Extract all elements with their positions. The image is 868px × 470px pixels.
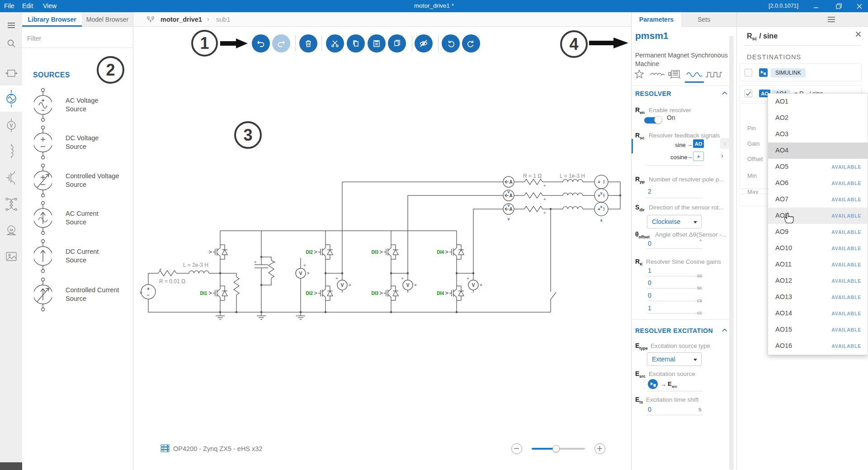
subsystem-icon	[146, 16, 155, 24]
time-shift-input[interactable]: 0	[648, 406, 651, 413]
pin-option[interactable]: AO15AVAILABLE	[768, 322, 868, 338]
tab-favorites[interactable]	[634, 69, 645, 80]
field-underline	[647, 391, 703, 391]
rail-item-passive[interactable]	[0, 139, 22, 163]
sine-wave-icon	[686, 71, 703, 79]
minimize-button[interactable]	[807, 0, 825, 12]
tab-sets[interactable]: Sets	[681, 12, 726, 27]
svg-text:DI2: DI2	[306, 250, 313, 255]
excitation-type-select[interactable]: External	[647, 352, 702, 366]
direction-select[interactable]: Clockwise	[647, 215, 702, 228]
schematic-canvas[interactable]: A V + + − > + R = 0.01 Ω L = 2e-3 H DI1	[133, 27, 631, 443]
library-item-controlled-current-source[interactable]: Controlled Current Source	[22, 276, 133, 313]
gain-sc-input[interactable]: 0	[648, 279, 651, 286]
svg-text:+: +	[467, 276, 469, 281]
divider	[744, 45, 862, 46]
add-destination-button[interactable]: +	[693, 152, 704, 161]
pole-pairs-input[interactable]: 2	[648, 188, 651, 195]
pin-option[interactable]: AO6AVAILABLE	[768, 175, 868, 191]
unit-label: cs	[697, 298, 702, 303]
tab-electrical[interactable]	[650, 71, 665, 79]
panel-menu-button[interactable]	[827, 16, 835, 23]
collapse-chevron-icon[interactable]	[722, 328, 727, 332]
angle-offset-input[interactable]: 0	[648, 240, 651, 247]
rail-item-transformers[interactable]	[0, 193, 22, 216]
scrollbar-track[interactable]	[729, 36, 734, 470]
filter-input[interactable]: Filter	[27, 35, 41, 42]
nav-next-button[interactable]: ›	[721, 152, 723, 159]
breadcrumb-root[interactable]: motor_drive1	[160, 16, 202, 23]
tab-model-browser[interactable]: Model Browser	[82, 12, 133, 27]
svg-text:x: x	[600, 191, 602, 195]
nav-prev-button[interactable]: ‹	[720, 138, 729, 149]
restore-button[interactable]	[830, 0, 847, 12]
close-button[interactable]	[851, 0, 868, 12]
field-underline	[647, 288, 703, 289]
pin-option[interactable]: AO16AVAILABLE	[768, 338, 868, 354]
excitation-source-icon[interactable]	[648, 379, 658, 389]
close-panel-button[interactable]	[855, 31, 861, 37]
tab-library-browser[interactable]: Library Browser	[22, 12, 82, 27]
library-item-ac-current-source[interactable]: AC Current Source	[22, 199, 133, 237]
param-label: Direction of the sensor rot...	[649, 204, 724, 211]
rail-item-sources[interactable]	[0, 85, 22, 112]
svg-text:+: +	[543, 210, 546, 215]
gain-ss-input[interactable]: 1	[648, 267, 651, 274]
param-symbol: Rsc	[635, 132, 644, 140]
rail-item-switches[interactable]	[0, 166, 22, 190]
gain-cs-input[interactable]: 0	[648, 292, 651, 299]
pin-option[interactable]: AO3	[768, 126, 868, 142]
simulink-checkbox[interactable]	[745, 69, 752, 76]
zoom-out-button[interactable]	[511, 443, 522, 454]
enable-resolver-toggle[interactable]	[644, 117, 660, 123]
pin-option[interactable]: AO10AVAILABLE	[768, 240, 868, 256]
param-symbol: Rpp	[635, 176, 645, 184]
toggle-state-label: On	[667, 114, 675, 121]
gain-cc-input[interactable]: 1	[648, 304, 651, 312]
rail-item-meters[interactable]	[0, 114, 22, 137]
library-item-controlled-voltage-source[interactable]: Controlled Voltage Source	[22, 162, 133, 199]
library-item-dc-voltage-source[interactable]: DC Voltage Source	[22, 124, 133, 161]
ac-voltage-source-icon	[34, 88, 52, 122]
collapse-chevron-icon[interactable]	[722, 91, 727, 95]
pin-option[interactable]: AO14AVAILABLE	[768, 305, 868, 322]
library-panel: Filter SOURCES AC Voltage Source DC Volt…	[22, 27, 133, 470]
pin-option[interactable]: AO11AVAILABLE	[768, 256, 868, 273]
param-label: Resolver feedback signals	[649, 132, 720, 139]
inductor-icon	[7, 143, 15, 159]
rail-item-annotations[interactable]	[0, 245, 22, 268]
ao4-checkbox[interactable]	[745, 90, 752, 97]
pin-option[interactable]: AO13AVAILABLE	[768, 289, 868, 305]
unit-label: s	[698, 406, 702, 413]
pin-option[interactable]: AO2	[768, 110, 868, 126]
version-label: [2.0.0.1071]	[769, 3, 798, 9]
label-igbt-d1: DI1	[200, 291, 207, 296]
svg-text:+: +	[303, 263, 306, 268]
tab-resolver[interactable]	[686, 71, 703, 79]
rail-item-machines[interactable]: M	[0, 218, 22, 242]
rail-item-subsystem[interactable]	[0, 62, 22, 85]
pin-option[interactable]: AO12AVAILABLE	[768, 273, 868, 289]
svg-text:DI3: DI3	[371, 250, 378, 255]
tab-machine[interactable]	[668, 69, 681, 79]
ao-chip[interactable]: AO	[693, 139, 704, 148]
zoom-in-button[interactable]	[594, 443, 605, 454]
arrow-glyph: →	[660, 381, 666, 388]
field-underline	[647, 248, 703, 249]
parameters-panel: pmsm1 Permanent Magnet Synchronous Machi…	[632, 27, 736, 470]
pin-option[interactable]: AO9AVAILABLE	[768, 224, 868, 240]
pin-option[interactable]: AO7AVAILABLE	[768, 191, 868, 208]
pin-option[interactable]: AO5AVAILABLE	[768, 159, 868, 175]
destination-row-simulink[interactable]: SIMULINK	[740, 63, 862, 81]
tab-parameters[interactable]: Parameters	[632, 12, 681, 27]
tab-encoder[interactable]	[705, 71, 722, 79]
zoom-slider-handle[interactable]	[552, 445, 560, 452]
pin-option-hovered[interactable]: AO8AVAILABLE	[768, 208, 868, 224]
breadcrumb-current: sub1	[216, 16, 230, 23]
svg-text:>: >	[307, 271, 309, 275]
pin-option-selected[interactable]: AO4	[768, 142, 868, 159]
library-item-dc-current-source[interactable]: DC Current Source	[22, 237, 133, 275]
library-item-ac-voltage-source[interactable]: AC Voltage Source	[22, 86, 133, 123]
pin-option[interactable]: AO1	[768, 94, 868, 110]
field-underline	[647, 276, 703, 276]
